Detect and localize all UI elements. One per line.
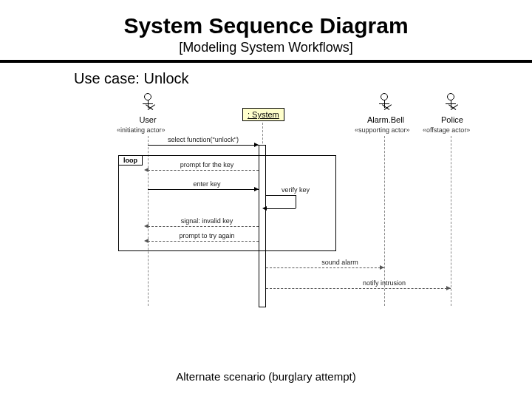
arrow-m1	[148, 145, 259, 146]
use-case-label: Use case: Unlock	[74, 70, 532, 87]
arrowhead-m8	[446, 286, 451, 290]
arrowhead-m5	[144, 224, 149, 228]
page-subtitle: [Modeling System Workflows]	[0, 40, 532, 55]
loop-label: loop	[118, 155, 143, 166]
message-enter-key: enter key	[177, 180, 236, 188]
arrowhead-m4	[262, 206, 267, 211]
arrowhead-m7	[380, 265, 384, 270]
arrow-m3	[148, 189, 259, 190]
participant-system: : System	[242, 108, 284, 121]
arrow-m7	[266, 267, 384, 268]
arrow-m8	[266, 288, 451, 289]
message-select-function: select function("unlock")	[155, 136, 251, 143]
message-verify-key: verify key	[273, 186, 318, 194]
sequence-diagram: User «initiating actor» : System Alarm.B…	[103, 93, 488, 330]
self-m4-side	[296, 195, 296, 208]
arrow-m2	[148, 170, 259, 171]
arrowhead-m3	[254, 187, 259, 191]
actor-police-label: Police	[437, 115, 467, 124]
arrowhead-m1	[254, 143, 259, 147]
self-m4-top	[266, 195, 296, 196]
lifeline-police	[451, 136, 451, 306]
message-invalid-key: signal: invalid key	[163, 217, 251, 225]
divider	[0, 60, 532, 63]
arrowhead-m2	[144, 168, 149, 172]
actor-user-stereo: «initiating actor»	[117, 126, 166, 134]
arrowhead-m6	[144, 239, 149, 243]
message-sound-alarm: sound alarm	[303, 259, 377, 266]
message-try-again: prompt to try again	[163, 232, 251, 239]
actor-alarm-stereo: «supporting actor»	[355, 126, 410, 134]
actor-alarm-label: Alarm.Bell	[364, 115, 408, 124]
footer-caption: Alternate scenario (burglary attempt)	[0, 370, 532, 383]
self-m4-bot	[266, 208, 296, 209]
actor-police-stereo: «offstage actor»	[423, 126, 470, 134]
arrow-m5	[148, 226, 259, 227]
arrow-m6	[148, 241, 259, 242]
actor-user-label: User	[133, 115, 163, 124]
page-title: System Sequence Diagram	[0, 13, 532, 38]
message-prompt-key: prompt for the key	[163, 161, 251, 168]
message-notify-intrusion: notify intrusion	[347, 279, 421, 287]
